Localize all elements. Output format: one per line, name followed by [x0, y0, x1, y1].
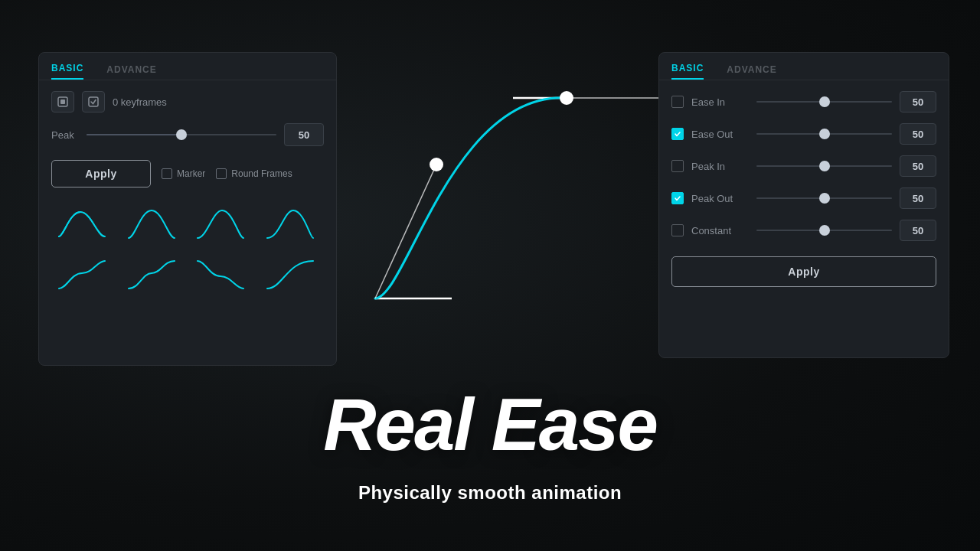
curve-preset-3[interactable] — [190, 201, 251, 247]
keyframe-row: 0 keyframes — [51, 91, 324, 112]
keyframe-icon-1[interactable] — [51, 91, 74, 112]
curve-preset-8[interactable] — [260, 252, 321, 298]
peak-out-row: Peak Out 50 — [671, 187, 936, 209]
marker-checkbox[interactable] — [162, 168, 172, 179]
ease-out-value[interactable]: 50 — [900, 123, 936, 145]
ease-out-checkbox[interactable] — [671, 128, 684, 140]
ease-in-row: Ease In 50 — [671, 91, 936, 112]
round-frames-checkbox-group[interactable]: Round Frames — [216, 168, 292, 179]
peak-label: Peak — [51, 129, 79, 141]
tab-basic-right[interactable]: BASIC — [671, 63, 704, 80]
round-frames-label: Round Frames — [231, 168, 292, 179]
right-panel: BASIC ADVANCE Ease In 50 Ease Out 50 — [658, 52, 949, 358]
ease-out-slider[interactable] — [756, 133, 892, 135]
peak-in-row: Peak In 50 — [671, 155, 936, 177]
ease-in-label: Ease In — [691, 96, 749, 108]
constant-label: Constant — [691, 225, 749, 236]
main-title: Real Ease — [323, 383, 657, 467]
peak-out-checkbox[interactable] — [671, 192, 684, 204]
curve-preset-2[interactable] — [121, 201, 182, 247]
ease-out-row: Ease Out 50 — [671, 123, 936, 145]
tab-basic-left[interactable]: BASIC — [51, 63, 83, 80]
marker-label: Marker — [177, 168, 205, 179]
marker-checkbox-group[interactable]: Marker — [162, 168, 205, 179]
curve-presets-grid — [51, 201, 324, 298]
peak-in-checkbox[interactable] — [671, 160, 684, 172]
peak-out-label: Peak Out — [691, 193, 749, 204]
constant-checkbox[interactable] — [671, 224, 684, 236]
curve-preset-6[interactable] — [121, 252, 182, 298]
apply-button-left[interactable]: Apply — [51, 160, 151, 187]
curve-preset-5[interactable] — [51, 252, 113, 298]
curve-preset-7[interactable] — [190, 252, 251, 298]
curve-preset-4[interactable] — [260, 201, 321, 247]
peak-in-label: Peak In — [691, 161, 749, 172]
constant-value[interactable]: 50 — [900, 220, 936, 241]
curve-preset-1[interactable] — [51, 201, 113, 247]
ease-in-slider[interactable] — [756, 101, 892, 103]
apply-button-right[interactable]: Apply — [671, 256, 936, 287]
left-panel: BASIC ADVANCE 0 keyframes Peak — [38, 52, 337, 366]
keyframe-icon-2[interactable] — [82, 91, 105, 112]
tab-advance-right[interactable]: ADVANCE — [727, 64, 776, 80]
tab-advance-left[interactable]: ADVANCE — [106, 64, 156, 80]
svg-rect-8 — [89, 97, 98, 106]
peak-in-slider[interactable] — [756, 165, 892, 167]
peak-slider[interactable] — [87, 134, 276, 135]
peak-in-value[interactable]: 50 — [900, 155, 936, 177]
svg-rect-7 — [60, 99, 65, 104]
constant-slider[interactable] — [756, 230, 892, 231]
keyframe-count-label: 0 keyframes — [113, 96, 167, 108]
constant-row: Constant 50 — [671, 220, 936, 241]
ease-in-checkbox[interactable] — [671, 96, 684, 108]
peak-value[interactable]: 50 — [284, 123, 324, 146]
peak-row: Peak 50 — [51, 123, 324, 146]
main-subtitle: Physically smooth animation — [358, 482, 622, 504]
right-panel-tabs: BASIC ADVANCE — [659, 53, 949, 80]
peak-out-slider[interactable] — [756, 197, 892, 199]
ease-out-label: Ease Out — [691, 129, 749, 140]
left-panel-tabs: BASIC ADVANCE — [39, 53, 336, 80]
apply-row: Apply Marker Round Frames — [51, 160, 324, 187]
ease-in-value[interactable]: 50 — [900, 91, 936, 112]
peak-out-value[interactable]: 50 — [900, 187, 936, 209]
round-frames-checkbox[interactable] — [216, 168, 227, 179]
